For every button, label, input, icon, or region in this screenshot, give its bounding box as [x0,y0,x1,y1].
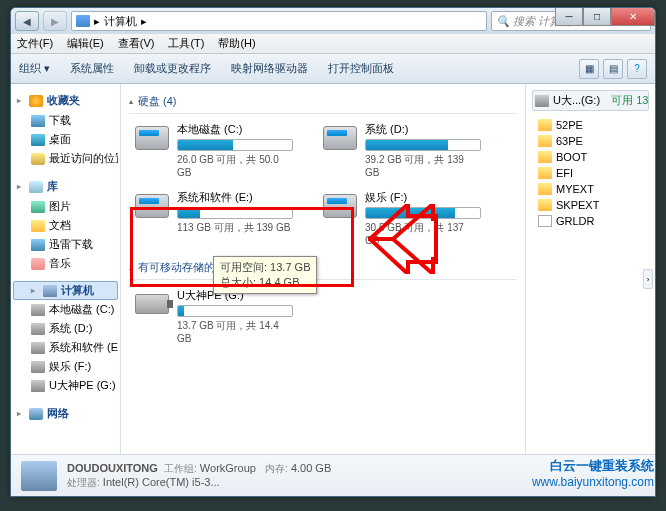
nav-desktop[interactable]: 桌面 [13,130,118,149]
hard-drive[interactable]: 本地磁盘 (C:) 26.0 GB 可用，共 50.0 GB [129,118,297,182]
search-icon: 🔍 [496,15,510,28]
nav-xunlei[interactable]: 迅雷下载 [13,235,118,254]
preview-folder[interactable]: EFI [532,165,649,181]
hdd-icon [133,122,171,154]
capacity-bar [177,139,293,151]
nav-downloads[interactable]: 下载 [13,111,118,130]
address-bar[interactable]: ▸ 计算机 ▸ [71,11,487,31]
library-icon [29,181,43,193]
back-button[interactable]: ◀ [15,11,39,31]
hdd-section-header[interactable]: 硬盘 (4) [129,90,517,114]
hdd-icon [321,122,359,154]
nav-drive-e[interactable]: 系统和软件 (E:) [13,338,118,357]
capacity-bar [365,139,481,151]
xunlei-icon [31,239,45,251]
file-icon [538,215,552,227]
preview-pane-icon[interactable]: ▤ [603,59,623,79]
favorites-header[interactable]: 收藏夹 [13,90,118,111]
status-bar: DOUDOUXITONG 工作组: WorkGroup 内存: 4.00 GB … [11,454,655,496]
forward-button[interactable]: ▶ [43,11,67,31]
desktop-icon [31,134,45,146]
uninstall-button[interactable]: 卸载或更改程序 [134,61,211,76]
capacity-bar [177,207,293,219]
hard-drive[interactable]: 娱乐 (F:) 30.5 GB 可用，共 137 GB [317,186,485,250]
system-properties-button[interactable]: 系统属性 [70,61,114,76]
help-icon[interactable]: ? [627,59,647,79]
drive-stat: 26.0 GB 可用，共 50.0 GB [177,153,293,178]
tooltip: 可用空间: 13.7 GB 总大小: 14.4 GB [213,256,317,294]
map-drive-button[interactable]: 映射网络驱动器 [231,61,308,76]
network-header[interactable]: 网络 [13,403,118,424]
usb-icon [535,95,549,107]
toolbar: 组织 ▾ 系统属性 卸载或更改程序 映射网络驱动器 打开控制面板 ▦ ▤ ? [11,54,655,84]
nav-pictures[interactable]: 图片 [13,197,118,216]
hdd-icon [31,342,45,354]
nav-music[interactable]: 音乐 [13,254,118,273]
menu-help[interactable]: 帮助(H) [218,36,255,51]
music-icon [31,258,45,270]
menubar: 文件(F) 编辑(E) 查看(V) 工具(T) 帮助(H) [11,34,655,54]
hdd-icon [321,190,359,222]
drive-stat: 13.7 GB 可用，共 14.4 GB [177,319,293,344]
toolbar-right: ▦ ▤ ? [579,59,647,79]
hdd-icon [31,323,45,335]
organize-button[interactable]: 组织 ▾ [19,61,50,76]
preview-header: U大...(G:) 可用 13.8G [532,90,649,111]
folder-icon [538,135,552,147]
content-pane: 硬盘 (4) 本地磁盘 (C:) 26.0 GB 可用，共 50.0 GB 系统… [121,84,525,454]
menu-view[interactable]: 查看(V) [118,36,155,51]
view-mode-icon[interactable]: ▦ [579,59,599,79]
drive-name: 娱乐 (F:) [365,190,481,205]
hdd-icon [133,190,171,222]
nav-drive-f[interactable]: 娱乐 (F:) [13,357,118,376]
breadcrumb[interactable]: 计算机 [104,14,137,29]
window-controls: ─ □ ✕ [555,8,655,26]
preview-folder[interactable]: SKPEXT [532,197,649,213]
usb-icon [133,288,171,320]
libraries-header[interactable]: 库 [13,176,118,197]
network-icon [29,408,43,420]
folder-icon [538,183,552,195]
close-button[interactable]: ✕ [611,8,655,26]
preview-folder[interactable]: 63PE [532,133,649,149]
hdd-icon [31,304,45,316]
control-panel-button[interactable]: 打开控制面板 [328,61,394,76]
folder-icon [538,199,552,211]
drive-stat: 113 GB 可用，共 139 GB [177,221,293,235]
folder-icon [538,167,552,179]
menu-file[interactable]: 文件(F) [17,36,53,51]
preview-folder[interactable]: MYEXT [532,181,649,197]
minimize-button[interactable]: ─ [555,8,583,26]
maximize-button[interactable]: □ [583,8,611,26]
usb-icon [31,380,45,392]
status-info: DOUDOUXITONG 工作组: WorkGroup 内存: 4.00 GB … [67,462,331,490]
folder-icon [538,151,552,163]
capacity-bar [365,207,481,219]
removable-section-header[interactable]: 有可移动存储的设备 (1) [129,256,517,280]
explorer-window: ─ □ ✕ ◀ ▶ ▸ 计算机 ▸ 🔍 搜索 计算机 文件(F) 编辑(E) 查… [10,7,656,497]
menu-edit[interactable]: 编辑(E) [67,36,104,51]
nav-drive-g[interactable]: U大神PE (G:) [13,376,118,395]
drive-stat: 39.2 GB 可用，共 139 GB [365,153,481,178]
recent-icon [31,153,45,165]
nav-documents[interactable]: 文档 [13,216,118,235]
preview-folder[interactable]: BOOT [532,149,649,165]
preview-folder[interactable]: 52PE [532,117,649,133]
nav-drive-d[interactable]: 系统 (D:) [13,319,118,338]
star-icon [29,95,43,107]
menu-tools[interactable]: 工具(T) [168,36,204,51]
nav-drive-c[interactable]: 本地磁盘 (C:) [13,300,118,319]
hard-drive[interactable]: 系统 (D:) 39.2 GB 可用，共 139 GB [317,118,485,182]
expand-preview-button[interactable]: › [643,269,653,289]
drive-name: 本地磁盘 (C:) [177,122,293,137]
computer-icon [76,15,90,27]
computer-large-icon [21,461,57,491]
nav-recent[interactable]: 最近访问的位置 [13,149,118,168]
preview-file[interactable]: GRLDR [532,213,649,229]
hard-drive[interactable]: 系统和软件 (E:) 113 GB 可用，共 139 GB [129,186,297,250]
computer-icon [43,285,57,297]
drive-stat: 30.5 GB 可用，共 137 GB [365,221,481,246]
computer-header[interactable]: 计算机 [13,281,118,300]
folder-icon [538,119,552,131]
documents-icon [31,220,45,232]
